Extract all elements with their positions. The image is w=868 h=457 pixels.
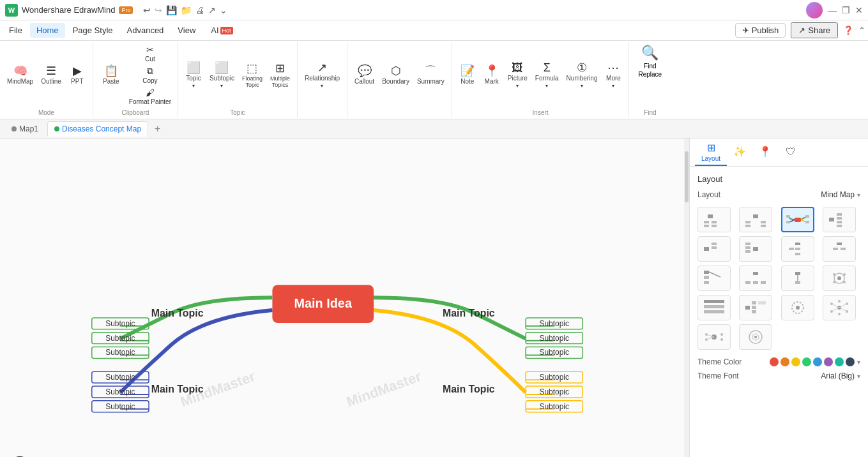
more-icon: ⋯ <box>607 62 619 73</box>
canvas[interactable]: MindMaster MindMaster Main Idea Main Top… <box>0 139 684 457</box>
layout-option-16[interactable] <box>823 295 856 320</box>
subtopic-btn[interactable]: ⬜ Subtopic ▾ <box>206 60 238 91</box>
security-tab-icon: 🛡 <box>786 146 796 158</box>
color-red[interactable] <box>770 357 779 366</box>
color-orange[interactable] <box>780 357 789 366</box>
color-blue[interactable] <box>813 357 822 366</box>
layout-option-10[interactable] <box>739 266 772 291</box>
print-btn[interactable]: 🖨 <box>195 5 204 15</box>
color-purple[interactable] <box>824 357 833 366</box>
relationship-btn[interactable]: ↗ Relationship ▾ <box>301 60 343 91</box>
mark-btn[interactable]: 📍 Mark <box>480 63 503 87</box>
layout-option-3[interactable] <box>781 207 814 232</box>
redo-btn[interactable]: ↪ <box>155 5 162 15</box>
picture-btn[interactable]: 🖼 Picture ▾ <box>505 60 531 91</box>
color-dark[interactable] <box>846 357 855 366</box>
panel-tab-style[interactable]: ✨ <box>727 143 752 161</box>
layout-option-7[interactable] <box>781 236 814 262</box>
user-avatar <box>806 2 823 19</box>
panel-tab-location[interactable]: 📍 <box>752 143 778 161</box>
layout-option-2[interactable] <box>739 207 772 232</box>
maximize-btn[interactable]: ❐ <box>842 5 850 15</box>
layout-option-14[interactable] <box>739 295 772 320</box>
layout-option-12[interactable] <box>823 266 856 291</box>
theme-color-chevron-icon[interactable]: ▾ <box>857 359 860 366</box>
numbering-btn[interactable]: ① Numbering ▾ <box>563 60 601 91</box>
svg-rect-69 <box>795 243 800 245</box>
relationship-items: ↗ Relationship ▾ <box>301 43 343 107</box>
svg-text:Subtopic: Subtopic <box>540 334 569 343</box>
main-area: MindMaster MindMaster Main Idea Main Top… <box>0 139 868 457</box>
layout-option-8[interactable] <box>823 236 856 262</box>
publish-button[interactable]: ✈ Publish <box>735 23 786 38</box>
minimize-btn[interactable]: — <box>828 5 837 15</box>
layout-option-15[interactable] <box>781 295 814 320</box>
export-btn[interactable]: ↗ <box>208 5 216 15</box>
scrollbar-thumb[interactable] <box>685 151 689 202</box>
share-button[interactable]: ↗ Share <box>791 22 838 38</box>
menu-ai[interactable]: AI Hot <box>206 24 238 37</box>
mindmap-svg: Main Idea Main Topic Subtopic Subtopic S… <box>0 139 684 457</box>
menu-page-style[interactable]: Page Style <box>66 23 119 38</box>
paste-btn[interactable]: 📋 Paste <box>97 63 125 87</box>
panel-tab-layout[interactable]: ⊞ Layout <box>695 139 727 166</box>
summary-btn[interactable]: ⌒ Summary <box>414 63 448 87</box>
ppt-btn[interactable]: ▶ PPT <box>66 63 89 87</box>
svg-rect-68 <box>745 250 750 253</box>
svg-rect-95 <box>704 310 724 313</box>
layout-option-4[interactable] <box>823 207 856 232</box>
note-btn[interactable]: 📝 Note <box>456 63 479 87</box>
svg-point-90 <box>843 273 846 276</box>
color-teal[interactable] <box>835 357 844 366</box>
folder-btn[interactable]: 📁 <box>181 5 192 15</box>
outline-btn[interactable]: ☰ Outline <box>38 63 65 87</box>
titlebar-left: W Wondershare EdrawMind Pro ↩ ↪ 💾 📁 🖨 ↗ … <box>5 4 227 17</box>
svg-rect-83 <box>761 281 766 284</box>
svg-rect-62 <box>704 247 709 251</box>
mindmap-btn[interactable]: 🧠 MindMap <box>4 63 36 87</box>
layout-option-6[interactable] <box>739 236 772 262</box>
find-replace-btn[interactable]: 🔍 Find Replace <box>633 43 667 79</box>
floating-topic-btn[interactable]: ⬚ FloatingTopic <box>239 61 266 90</box>
theme-font-chevron-icon[interactable]: ▾ <box>857 373 860 380</box>
find-group-label: Find <box>644 108 656 116</box>
topic-btn[interactable]: ⬜ Topic ▾ <box>182 60 205 91</box>
layout-option-5[interactable] <box>697 236 731 262</box>
boundary-btn[interactable]: ⬡ Boundary <box>379 63 413 87</box>
more-btn[interactable]: ⋯ More ▾ <box>602 60 625 91</box>
tab-diseases[interactable]: Diseases Concept Map <box>47 121 148 137</box>
insert-label: Insert <box>533 108 549 116</box>
color-green[interactable] <box>802 357 811 366</box>
cut-btn[interactable]: ✂ Cut <box>126 43 174 64</box>
help-btn[interactable]: ❓ <box>843 26 853 35</box>
svg-rect-65 <box>753 247 758 251</box>
add-tab-btn[interactable]: + <box>151 122 164 136</box>
menu-home[interactable]: Home <box>30 23 65 38</box>
undo-btn[interactable]: ↩ <box>143 5 151 15</box>
multiple-topics-btn[interactable]: ⊞ MultipleTopics <box>267 61 293 90</box>
svg-rect-74 <box>841 248 846 250</box>
layout-option-9[interactable] <box>697 266 731 291</box>
layout-option-17[interactable] <box>697 324 731 350</box>
layout-option-1[interactable] <box>697 207 731 232</box>
layout-option-13[interactable] <box>697 295 731 320</box>
format-painter-btn[interactable]: 🖌 Format Painter <box>126 86 174 107</box>
close-btn[interactable]: ✕ <box>855 5 863 15</box>
color-yellow[interactable] <box>791 357 800 366</box>
layout-option-11[interactable] <box>781 266 814 291</box>
copy-btn[interactable]: ⧉ Copy <box>126 64 174 86</box>
callout-btn[interactable]: 💬 Callout <box>351 63 377 87</box>
more-title-btn[interactable]: ⌄ <box>220 5 227 15</box>
menu-advanced[interactable]: Advanced <box>121 23 171 38</box>
menu-file[interactable]: File <box>3 23 29 38</box>
layout-value-dropdown[interactable]: Mind Map ▾ <box>821 190 860 199</box>
scrollbar[interactable] <box>684 139 689 457</box>
panel-tab-security[interactable]: 🛡 <box>778 144 803 161</box>
formula-btn[interactable]: Σ Formula ▾ <box>532 60 562 91</box>
tab-map1[interactable]: Map1 <box>5 122 45 136</box>
menu-view[interactable]: View <box>171 23 202 38</box>
layout-option-18[interactable] <box>739 324 772 350</box>
svg-rect-60 <box>837 221 842 223</box>
save-btn[interactable]: 💾 <box>166 5 177 15</box>
collapse-btn[interactable]: ⌃ <box>858 26 865 35</box>
